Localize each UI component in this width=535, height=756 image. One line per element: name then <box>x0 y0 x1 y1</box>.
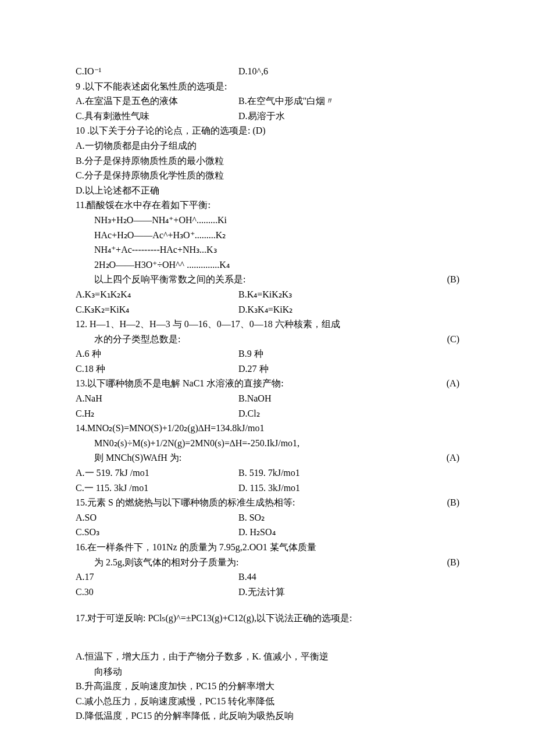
q11-option-c: C.K₃K₂=KiK₄ <box>76 302 238 317</box>
q11-relation: 以上四个反响平衡常数之间的关系是: <box>76 272 436 287</box>
q14-option-a: A.一 519. 7kJ /mo1 <box>76 465 238 481</box>
q16-options-ab: A.17 B.44 <box>76 569 459 585</box>
q9-option-d: D.易溶于水 <box>238 109 459 124</box>
q9-option-c: C.具有刺激性气味 <box>76 109 238 124</box>
q11-eq3: NH₄⁺+Ac---------HAc+NH₃...K₃ <box>76 242 459 257</box>
q14-answer: (A) <box>436 450 459 465</box>
q14-option-b: B. 519. 7kJ/mo1 <box>238 465 459 481</box>
q15-option-a: A.SO <box>76 510 238 525</box>
q17-stem: 17.对于可逆反响: PCl₅(g)^=±PC13(g)+C12(g),以下说法… <box>76 611 459 626</box>
q13-option-c: C.H₂ <box>76 406 238 421</box>
q15-answer: (B) <box>436 495 459 510</box>
q16-option-c: C.30 <box>76 585 238 600</box>
q11-relation-row: 以上四个反响平衡常数之间的关系是: (B) <box>76 272 459 287</box>
q15-stem: 15.元素 S 的燃烧热与以下哪种物质的标准生成热相等: <box>76 495 436 510</box>
q12-options-cd: C.18 种 D.27 种 <box>76 361 459 377</box>
q14-line3: 则 MNCh(S)WAfH 为: <box>76 450 436 465</box>
q11-answer: (B) <box>436 272 459 287</box>
q12-option-c: C.18 种 <box>76 361 238 377</box>
q13-option-d: D.Cl₂ <box>238 406 459 421</box>
q13-stem-row: 13.以下哪种物质不是电解 NaC1 水溶液的直接产物: (A) <box>76 376 459 391</box>
q11-options-cd: C.K₃K₂=KiK₄ D.K₃K₄=KiK₂ <box>76 302 459 317</box>
q17-option-a-line1: A.恒温下，增大压力，由于产物分子数多，K. 值减小，平衡逆 <box>76 649 459 664</box>
q15-options-ab: A.SO B. SO₂ <box>76 510 459 525</box>
q8-option-d: D.10^,6 <box>238 64 459 79</box>
q13-options-cd: C.H₂ D.Cl₂ <box>76 406 459 421</box>
q14-line1: 14.MNO₂(S)=MNO(S)+1/20₂(g)∆H=134.8kJ/mo1 <box>76 421 459 436</box>
q11-options-ab: A.K₃=K₁K₂K₄ B.K₄=KiK₂K₃ <box>76 287 459 302</box>
q13-stem: 13.以下哪种物质不是电解 NaC1 水溶液的直接产物: <box>76 376 436 391</box>
q11-option-a: A.K₃=K₁K₂K₄ <box>76 287 238 302</box>
q12-option-d: D.27 种 <box>238 361 459 377</box>
q14-options-cd: C.一 115. 3kJ /mo1 D. 115. 3kJ/mo1 <box>76 481 459 496</box>
q17-option-d: D.降低温度，PC15 的分解率降低，此反响为吸热反响 <box>76 708 459 723</box>
q16-option-b: B.44 <box>238 569 459 585</box>
q14-line2: MN0₂(s)÷M(s)+1/2N(g)=2MN0(s)=∆H=-250.IkJ… <box>76 436 459 451</box>
q12-stem1: 12. H—1、H—2、H—3 与 0—16、0—17、0—18 六种核素，组成 <box>76 317 459 332</box>
q11-eq2: HAc+H₂O——Ac^+H₃O⁺.........K₂ <box>76 228 459 243</box>
q9-options-cd: C.具有刺激性气味 D.易溶于水 <box>76 109 459 124</box>
q11-eq4: 2H₂O——H3O⁺÷OH^^ ..............K₄ <box>76 257 459 273</box>
q17-option-a-line2: 向移动 <box>76 664 459 679</box>
q9-option-a: A.在室温下是五色的液体 <box>76 94 238 109</box>
q14-option-d: D. 115. 3kJ/mo1 <box>238 481 459 496</box>
q8-option-c: C.IO⁻¹ <box>76 64 238 79</box>
q15-option-b: B. SO₂ <box>238 510 459 525</box>
q16-options-cd: C.30 D.无法计算 <box>76 585 459 600</box>
q12-option-b: B.9 种 <box>238 346 459 361</box>
q9-option-b: B.在空气中形成"白烟〃 <box>238 94 459 109</box>
q12-answer: (C) <box>436 332 459 347</box>
q11-eq1: NH₃+H₂O——NH₄⁺+OH^.........Ki <box>76 213 459 228</box>
q12-stem2: 水的分子类型总数是: <box>76 332 436 347</box>
q16-option-a: A.17 <box>76 569 238 585</box>
q16-option-d: D.无法计算 <box>238 585 459 600</box>
q15-option-d: D. H₂SO₄ <box>238 525 459 540</box>
q13-options-ab: A.NaH B.NaOH <box>76 391 459 406</box>
q13-option-b: B.NaOH <box>238 391 459 406</box>
q17-option-c: C.减小总压力，反响速度减慢，PC15 转化率降低 <box>76 694 459 709</box>
q8-options-cd: C.IO⁻¹ D.10^,6 <box>76 64 459 79</box>
q10-option-c: C.分子是保持原物质化学性质的微粒 <box>76 168 459 183</box>
q14-options-ab: A.一 519. 7kJ /mo1 B. 519. 7kJ/mo1 <box>76 465 459 481</box>
q11-stem: 11.醋酸馁在水中存在着如下平衡: <box>76 198 459 213</box>
q13-answer: (A) <box>436 376 459 391</box>
q16-line1: 16.在一样条件下，101Nz 的质量为 7.95g,2.OO1 某气体质量 <box>76 540 459 555</box>
q11-option-b: B.K₄=KiK₂K₃ <box>238 287 459 302</box>
q16-line2: 为 2.5g,则该气体的相对分子质量为: <box>76 555 436 570</box>
q16-line2-row: 为 2.5g,则该气体的相对分子质量为: (B) <box>76 555 459 570</box>
q15-stem-row: 15.元素 S 的燃烧热与以下哪种物质的标准生成热相等: (B) <box>76 495 459 510</box>
q17-option-b: B.升高温度，反响速度加快，PC15 的分解率增大 <box>76 679 459 694</box>
q9-options-ab: A.在室温下是五色的液体 B.在空气中形成"白烟〃 <box>76 94 459 109</box>
q15-option-c: C.SO₃ <box>76 525 238 540</box>
q16-answer: (B) <box>436 555 459 570</box>
q12-stem2-row: 水的分子类型总数是: (C) <box>76 332 459 347</box>
q13-option-a: A.NaH <box>76 391 238 406</box>
q14-line3-row: 则 MNCh(S)WAfH 为: (A) <box>76 450 459 465</box>
q11-option-d: D.K₃K₄=KiK₂ <box>238 302 459 317</box>
q9-stem: 9 .以下不能表述卤化氢性质的选项是: <box>76 79 459 94</box>
q10-option-a: A.一切物质都是由分子组成的 <box>76 138 459 153</box>
q15-options-cd: C.SO₃ D. H₂SO₄ <box>76 525 459 540</box>
q14-option-c: C.一 115. 3kJ /mo1 <box>76 481 238 496</box>
q12-options-ab: A.6 种 B.9 种 <box>76 346 459 361</box>
q12-option-a: A.6 种 <box>76 346 238 361</box>
q10-option-b: B.分子是保持原物质性质的最小微粒 <box>76 153 459 169</box>
q10-option-d: D.以上论述都不正确 <box>76 183 459 198</box>
q10-stem: 10 .以下关于分子论的论点，正确的选项是: (D) <box>76 123 459 138</box>
